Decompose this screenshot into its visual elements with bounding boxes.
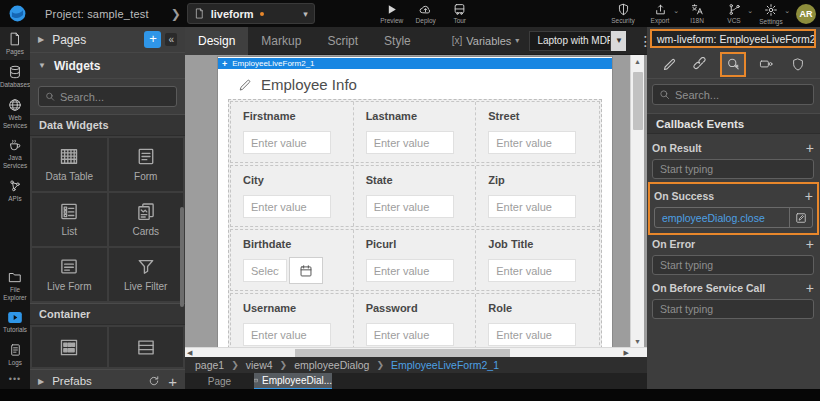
security-tab[interactable] <box>785 52 811 77</box>
device-selector[interactable]: Laptop with MDPI Screen ▼ <box>529 31 626 51</box>
field-input[interactable] <box>366 259 454 282</box>
field-input[interactable] <box>366 195 454 218</box>
rail-item-apis[interactable]: APIs <box>0 174 30 207</box>
i18n-button[interactable]: I18N <box>682 3 712 24</box>
tour-button[interactable]: Tour <box>445 3 475 24</box>
on-before-service-call-input[interactable] <box>652 299 814 319</box>
field-input[interactable] <box>488 323 576 346</box>
widget-tile-list[interactable]: List <box>32 193 107 246</box>
inspector-search-input[interactable] <box>675 89 793 101</box>
widget-tile-form[interactable]: Form <box>109 138 184 191</box>
rail-item-logs[interactable]: Logs <box>0 338 30 371</box>
form-field-state[interactable]: State <box>354 166 477 226</box>
prefabs-section-row[interactable]: ▶ Prefabs + <box>30 369 185 389</box>
form-field-street[interactable]: Street <box>476 102 599 162</box>
form-field-city[interactable]: City <box>231 166 354 226</box>
pages-section-row[interactable]: ▶ Pages + « <box>30 27 185 53</box>
form-field-birthdate[interactable]: Birthdate <box>231 230 354 290</box>
edit-event-button[interactable] <box>789 208 812 227</box>
rail-item-file-explorer[interactable]: File Explorer <box>0 265 30 306</box>
form-field-zip[interactable]: Zip <box>476 166 599 226</box>
add-prefab-button[interactable]: + <box>168 373 177 390</box>
field-input[interactable] <box>366 131 454 154</box>
settings-button[interactable]: ⌄ Settings <box>756 3 786 25</box>
field-input[interactable] <box>243 131 331 154</box>
scroll-down-arrow[interactable]: ▼ <box>631 335 644 347</box>
rail-item-java-services[interactable]: Java Services <box>0 133 30 174</box>
properties-tab[interactable] <box>656 52 682 77</box>
collapse-panel-button[interactable]: « <box>165 33 177 46</box>
field-input[interactable] <box>243 195 331 218</box>
rail-more-button[interactable]: ••• <box>0 374 30 384</box>
panel-scrollbar[interactable] <box>180 207 184 307</box>
tab-design[interactable]: Design <box>185 27 248 55</box>
preview-button[interactable]: Preview <box>377 3 407 24</box>
styles-tab[interactable] <box>688 52 714 77</box>
form-field-lastname[interactable]: Lastname <box>354 102 477 162</box>
field-input[interactable] <box>488 131 576 154</box>
move-handle-icon[interactable]: + <box>222 59 227 69</box>
breadcrumb-page1[interactable]: page1 <box>195 359 224 371</box>
widget-tile-panel[interactable] <box>109 327 184 367</box>
vcs-button[interactable]: ⌄ VCS <box>719 3 749 24</box>
user-avatar[interactable]: AR <box>796 4 816 24</box>
design-canvas[interactable]: + EmployeeLiveForm2_1 Employee Info Firs… <box>185 55 647 347</box>
add-page-button[interactable]: + <box>144 31 161 48</box>
rail-item-pages[interactable]: Pages <box>0 27 30 60</box>
security-button[interactable]: Security <box>608 3 638 24</box>
widget-search-input[interactable] <box>60 91 170 103</box>
device-tab[interactable] <box>753 52 779 77</box>
rail-item-tutorials[interactable]: Tutorials <box>0 306 30 338</box>
tab-style[interactable]: Style <box>371 27 424 55</box>
on-error-input[interactable] <box>652 255 814 275</box>
form-field-password[interactable]: Password <box>354 294 477 347</box>
form-field-picurl[interactable]: Picurl <box>354 230 477 290</box>
refresh-icon[interactable] <box>148 375 160 387</box>
form-field-firstname[interactable]: Firstname <box>231 102 354 162</box>
events-tab[interactable] <box>720 52 746 77</box>
breadcrumb-employeedialog[interactable]: employeeDialog <box>294 359 369 371</box>
on-success-value[interactable]: employeeDialog.close <box>655 208 789 227</box>
widget-tile-layout-grid[interactable] <box>32 327 107 367</box>
form-title-row[interactable]: Employee Info <box>238 76 357 93</box>
widget-tile-data-table[interactable]: Data Table <box>32 138 107 191</box>
variables-button[interactable]: [x] Variables ▾ <box>452 35 520 47</box>
breadcrumb-view4[interactable]: view4 <box>246 359 273 371</box>
add-event-button[interactable]: + <box>806 281 814 295</box>
export-button[interactable]: ⌄ Export <box>645 3 675 24</box>
add-event-button[interactable]: + <box>806 141 814 155</box>
datepicker-button[interactable] <box>289 257 323 284</box>
canvas-horizontal-scrollbar[interactable]: ◀ ▶ <box>185 347 647 357</box>
add-event-button[interactable]: + <box>806 237 814 251</box>
breadcrumb-current[interactable]: EmployeeLiveForm2_1 <box>391 359 499 371</box>
on-result-input[interactable] <box>652 159 814 179</box>
rail-item-databases[interactable]: Databases <box>0 60 30 93</box>
add-event-button[interactable]: + <box>805 189 813 203</box>
widget-tile-live-form[interactable]: Live Form <box>32 248 107 301</box>
scroll-right-arrow[interactable]: ▶ <box>624 348 629 358</box>
field-input[interactable] <box>243 323 331 346</box>
field-input[interactable] <box>243 259 287 282</box>
tab-markup[interactable]: Markup <box>248 27 314 55</box>
tab-employee-dialog[interactable]: EmployeeDial... <box>254 373 332 390</box>
scroll-up-arrow[interactable]: ▲ <box>631 55 644 67</box>
form-field-username[interactable]: Username <box>231 294 354 347</box>
scrollbar-thumb[interactable] <box>295 349 510 357</box>
tab-script[interactable]: Script <box>314 27 371 55</box>
field-input[interactable] <box>366 323 454 346</box>
page-selector-dropdown[interactable]: liveform ▾ <box>187 3 315 24</box>
field-input[interactable] <box>488 195 576 218</box>
widget-tile-cards[interactable]: Cards <box>109 193 184 246</box>
rail-item-web-services[interactable]: Web Services <box>0 93 30 134</box>
canvas-vertical-scrollbar[interactable]: ▲ ▼ <box>630 55 644 347</box>
deploy-button[interactable]: Deploy <box>411 3 441 24</box>
scroll-left-arrow[interactable]: ◀ <box>187 348 192 358</box>
form-field-role[interactable]: Role <box>476 294 599 347</box>
scrollbar-thumb[interactable] <box>633 72 643 130</box>
widgets-section-row[interactable]: ▼ Widgets <box>30 53 185 79</box>
field-input[interactable] <box>488 259 576 282</box>
wavemaker-logo-icon[interactable] <box>8 4 27 23</box>
selected-widget-bar[interactable]: + EmployeeLiveForm2_1 <box>218 58 612 69</box>
tab-page[interactable]: Page <box>185 373 254 390</box>
widget-tile-live-filter[interactable]: Live Filter <box>109 248 184 301</box>
